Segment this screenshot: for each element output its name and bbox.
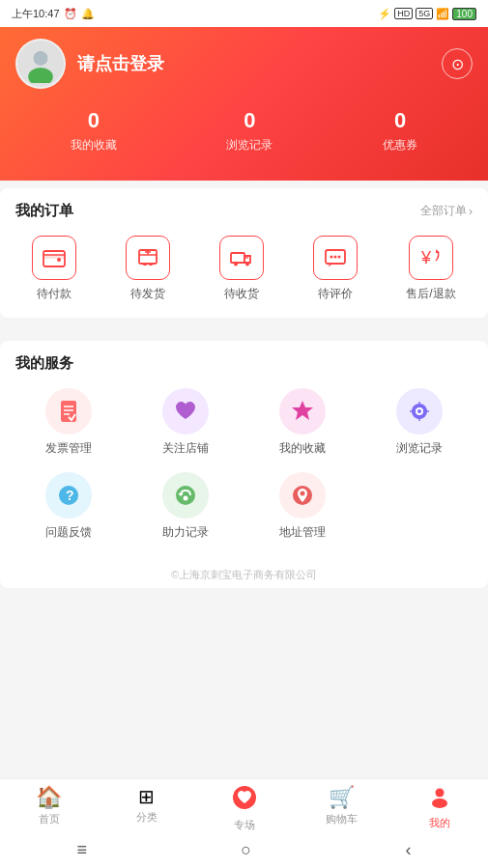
order-item-pending-receive[interactable]: 待收货: [219, 236, 264, 302]
comment-icon: [323, 245, 348, 270]
follow-shop-label: 关注店铺: [162, 440, 209, 457]
nav-tab-category[interactable]: ⊞ 分类: [118, 785, 176, 832]
orders-card: 我的订单 全部订单 › 待付款: [0, 188, 488, 318]
cart-label: 购物车: [326, 812, 358, 826]
nav-bottom-bar: ≡ ○ ‹: [0, 836, 488, 868]
svg-rect-14: [231, 253, 244, 263]
feedback-svg: ?: [55, 482, 82, 509]
my-icon: [428, 785, 451, 814]
service-address[interactable]: 地址管理: [249, 472, 357, 541]
refund-icon-svg: ¥: [418, 245, 444, 270]
service-feedback[interactable]: ? 问题反馈: [15, 472, 123, 541]
invoice-label: 发票管理: [45, 440, 92, 457]
address-svg: [289, 482, 316, 509]
orders-title: 我的订单: [15, 202, 73, 220]
avatar[interactable]: [15, 39, 66, 89]
my-label: 我的: [429, 816, 450, 830]
address-label: 地址管理: [279, 524, 326, 541]
service-my-favorites[interactable]: 我的收藏: [249, 388, 357, 457]
nav-tabs: 🏠 首页 ⊞ 分类 专场 🛒 购物车: [0, 779, 488, 836]
service-follow-shop[interactable]: 关注店铺: [132, 388, 240, 457]
service-invoice[interactable]: 发票管理: [15, 388, 123, 457]
svg-point-16: [245, 263, 249, 266]
svg-point-42: [432, 798, 447, 808]
service-browse-history[interactable]: 浏览记录: [365, 388, 473, 457]
my-favorites-icon: [279, 388, 326, 434]
menu-icon[interactable]: ≡: [77, 840, 88, 860]
message-icon[interactable]: ⊙: [442, 48, 473, 79]
signal-icon: 📶: [436, 8, 449, 20]
category-icon: ⊞: [138, 785, 155, 808]
help-record-icon: [162, 472, 209, 518]
nav-tab-my[interactable]: 我的: [411, 785, 469, 832]
svg-rect-13: [149, 263, 153, 266]
browse-history-icon: [396, 388, 443, 434]
message-icon-symbol: ⊙: [451, 55, 464, 73]
cart-icon: 🛒: [329, 785, 355, 810]
order-item-pending-review[interactable]: 待评价: [313, 236, 358, 302]
svg-text:¥: ¥: [420, 248, 432, 267]
svg-point-18: [330, 256, 332, 259]
service-help-record[interactable]: 助力记录: [132, 472, 240, 541]
home-label: 首页: [39, 812, 60, 826]
nav-tab-special[interactable]: 专场: [215, 785, 273, 832]
follow-shop-svg: [172, 398, 199, 425]
chevron-right-icon: ›: [469, 205, 473, 218]
status-icons: ⚡ HD 5G 📶 100: [378, 8, 476, 20]
svg-point-29: [417, 409, 421, 413]
pending-ship-icon: [126, 236, 170, 280]
nav-tab-home[interactable]: 🏠 首页: [20, 785, 78, 832]
status-bar: 上午10:47 ⏰ 🔔 ⚡ HD 5G 📶 100: [0, 0, 488, 27]
coupons-count: 0: [394, 108, 406, 133]
pending-pay-icon: [32, 236, 76, 280]
invoice-svg: [55, 398, 82, 425]
order-item-refund[interactable]: ¥ 售后/退款: [406, 236, 455, 302]
pending-receive-label: 待收货: [224, 286, 259, 302]
help-record-svg: [172, 482, 199, 509]
nav-tab-cart[interactable]: 🛒 购物车: [313, 785, 371, 832]
favorites-count: 0: [88, 108, 100, 133]
stat-browse[interactable]: 0 浏览记录: [226, 108, 273, 154]
stat-coupons[interactable]: 0 优惠券: [383, 108, 417, 154]
svg-point-19: [333, 256, 336, 259]
svg-point-36: [176, 486, 195, 505]
box-icon: [135, 245, 160, 270]
order-item-pending-ship[interactable]: 待发货: [126, 236, 170, 302]
address-icon: [279, 472, 326, 518]
services-card-header: 我的服务: [0, 341, 488, 382]
services-title: 我的服务: [15, 354, 73, 373]
copyright-text: ©上海京刺宝电子商务有限公司: [171, 569, 317, 580]
svg-rect-22: [61, 401, 76, 422]
stat-favorites[interactable]: 0 我的收藏: [71, 108, 117, 154]
truck-icon: [229, 245, 254, 270]
services-card: 我的服务 发票管理: [0, 341, 488, 588]
back-icon[interactable]: ‹: [405, 840, 411, 860]
svg-point-3: [34, 51, 47, 65]
browse-history-svg: [406, 398, 433, 425]
avatar-image: [21, 44, 60, 83]
pending-review-icon: [313, 236, 358, 280]
header-section: 请点击登录 ⊙ 0 我的收藏 0 浏览记录 0 优惠券: [0, 27, 488, 181]
help-record-label: 助力记录: [162, 524, 209, 541]
svg-point-20: [337, 256, 340, 259]
home-circle-icon[interactable]: ○: [241, 840, 251, 860]
order-item-pending-pay[interactable]: 待付款: [32, 236, 76, 302]
login-text[interactable]: 请点击登录: [77, 52, 164, 75]
category-label: 分类: [136, 810, 158, 825]
feedback-label: 问题反馈: [45, 524, 92, 541]
battery-icon: 100: [452, 8, 476, 20]
alarm-icon: ⏰: [64, 8, 77, 20]
coupons-label: 优惠券: [383, 137, 417, 154]
refund-label: 售后/退款: [406, 286, 455, 302]
user-info[interactable]: 请点击登录: [15, 39, 164, 89]
svg-rect-12: [143, 263, 147, 266]
home-icon: 🏠: [36, 785, 62, 810]
stats-row: 0 我的收藏 0 浏览记录 0 优惠券: [15, 108, 473, 154]
all-orders-link[interactable]: 全部订单 ›: [420, 203, 473, 219]
refund-icon: ¥: [409, 236, 453, 280]
svg-marker-26: [292, 401, 313, 420]
invoice-icon: [45, 388, 92, 434]
clock-icon: 🔔: [81, 8, 95, 20]
pending-ship-label: 待发货: [130, 286, 165, 302]
pending-pay-label: 待付款: [37, 286, 72, 302]
